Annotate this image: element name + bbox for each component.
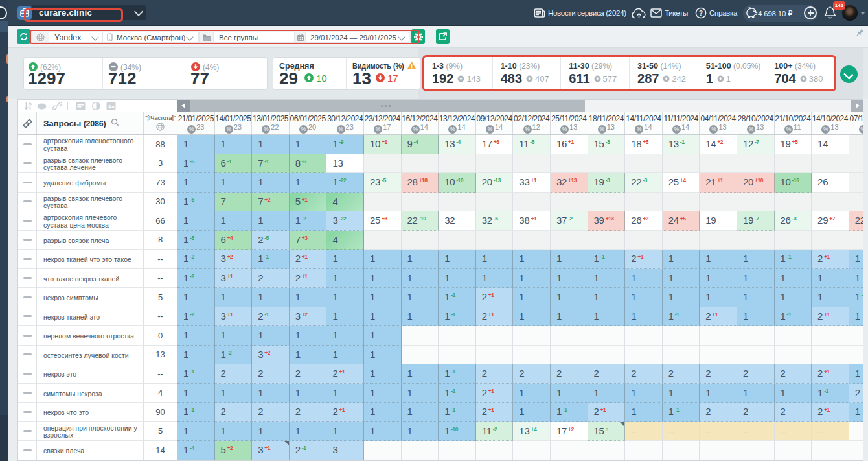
svg-text:Aa: Aa [108,104,115,110]
svg-text:?: ? [699,9,703,17]
